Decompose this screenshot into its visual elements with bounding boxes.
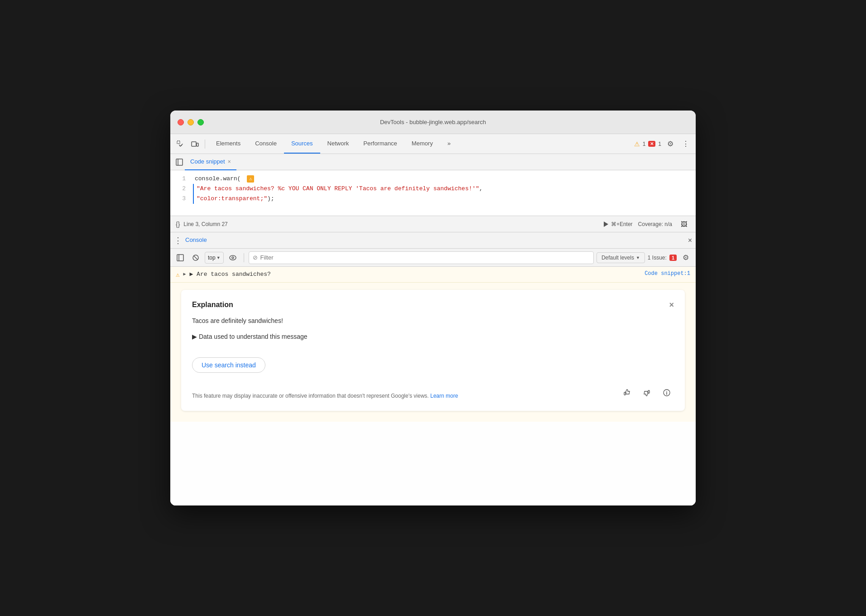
console-close-icon[interactable]: ×	[688, 236, 692, 245]
levels-dropdown[interactable]: Default levels ▼	[597, 252, 645, 263]
tab-sources[interactable]: Sources	[284, 134, 320, 154]
run-hint: ⌘+Enter	[611, 221, 633, 227]
expand-icon[interactable]: ▶	[183, 271, 186, 277]
line-number-3: 3	[170, 194, 193, 204]
tab-console[interactable]: Console	[248, 134, 284, 154]
svg-rect-12	[648, 390, 650, 393]
issues-label: 1 Issue:	[648, 255, 667, 261]
svg-rect-5	[177, 255, 183, 261]
status-bar: {} Line 3, Column 27 ⌘+Enter Coverage: n…	[170, 216, 696, 232]
titlebar: DevTools - bubble-jingle.web.app/search	[170, 111, 696, 134]
svg-point-15	[666, 391, 667, 392]
toolbar-right: ⚠ 1 ✕ 1 ⚙ ⋮	[634, 138, 692, 150]
svg-point-10	[232, 257, 234, 259]
status-bar-right: ⌘+Enter Coverage: n/a 🖼	[604, 218, 690, 231]
context-label: top	[208, 255, 216, 261]
code-snippet-label: Code snippet	[190, 158, 225, 165]
tab-navigation: Elements Console Sources Network Perform…	[209, 134, 458, 154]
info-icon[interactable]	[659, 385, 674, 400]
data-details-label: ▶ Data used to understand this message	[192, 333, 308, 340]
error-badge: ✕	[648, 141, 655, 147]
svg-rect-3	[176, 159, 183, 165]
console-menu-icon[interactable]: ⋮	[174, 236, 182, 245]
console-section: ⋮ Console ×	[170, 232, 696, 505]
svg-rect-11	[624, 392, 625, 395]
levels-label: Default levels	[601, 255, 634, 261]
feedback-row: This feature may display inaccurate or o…	[192, 385, 674, 400]
screenshot-icon[interactable]: 🖼	[678, 218, 690, 231]
run-button[interactable]: ⌘+Enter	[604, 221, 633, 227]
editor-section: Code snippet × 1 console.warn( ⚠ 2	[170, 154, 696, 216]
code-content-3: "color:transparent;");	[193, 194, 696, 204]
use-search-button[interactable]: Use search instead	[192, 357, 265, 373]
data-details-toggle[interactable]: ▶ Data used to understand this message	[192, 333, 674, 340]
toolbar-divider-1	[205, 140, 205, 149]
svg-rect-0	[177, 141, 180, 144]
svg-rect-2	[197, 143, 198, 146]
line-number-2: 2	[170, 184, 193, 194]
code-line-2: 2 "Are tacos sandwiches? %c YOU CAN ONLY…	[170, 184, 696, 194]
console-body: ⚠ ▶ ▶ Are tacos sandwiches? Code snippet…	[170, 267, 696, 505]
tab-network[interactable]: Network	[320, 134, 356, 154]
disclaimer-text: This feature may display inaccurate or o…	[192, 392, 458, 400]
sidebar-toggle-icon[interactable]	[174, 157, 185, 168]
tab-performance[interactable]: Performance	[356, 134, 404, 154]
top-toolbar: Elements Console Sources Network Perform…	[170, 134, 696, 154]
console-warning-message[interactable]: ▶ Are tacos sandwiches?	[189, 270, 641, 278]
disclaimer-main: This feature may display inaccurate or o…	[192, 393, 429, 399]
code-content-2: "Are tacos sandwiches? %c YOU CAN ONLY R…	[193, 184, 696, 194]
filter-container: ⊘	[249, 251, 594, 264]
maximize-button[interactable]	[197, 119, 204, 125]
console-header: ⋮ Console ×	[170, 232, 696, 249]
filter-icon: ⊘	[253, 254, 258, 261]
warning-triangle-icon: ⚠	[176, 271, 179, 279]
svg-point-9	[230, 255, 236, 260]
minimize-button[interactable]	[188, 119, 194, 125]
thumbs-down-icon[interactable]	[640, 385, 654, 400]
inspect-element-icon[interactable]	[174, 138, 187, 150]
line-number-1: 1	[170, 174, 193, 184]
device-toggle-icon[interactable]	[188, 138, 201, 150]
console-title[interactable]: Console	[185, 235, 207, 250]
warning-count: 1	[643, 141, 646, 147]
code-snippet-tab[interactable]: Code snippet ×	[185, 154, 236, 170]
code-string-3: "color:transparent;"	[197, 195, 267, 202]
more-options-icon[interactable]: ⋮	[679, 138, 692, 150]
error-count: 1	[658, 141, 661, 147]
issues-button[interactable]: 1 Issue: 1	[648, 255, 677, 261]
run-icon	[604, 221, 608, 227]
devtools-body: Elements Console Sources Network Perform…	[170, 134, 696, 505]
live-expression-icon[interactable]	[226, 251, 239, 264]
explanation-box: Explanation × Tacos are definitely sandw…	[181, 290, 685, 411]
tab-memory[interactable]: Memory	[404, 134, 440, 154]
console-toolbar: top ▼ ⊘ Default level	[170, 249, 696, 267]
filter-input[interactable]	[260, 254, 590, 261]
issues-badge: 1	[669, 255, 677, 261]
coverage-label: Coverage: n/a	[638, 221, 672, 227]
code-line-3: 3 "color:transparent;");	[170, 194, 696, 204]
code-string-2: "Are tacos sandwiches? %c YOU CAN ONLY R…	[197, 185, 479, 192]
context-dropdown[interactable]: top ▼	[205, 252, 224, 264]
warning-icon: ⚠	[634, 140, 640, 148]
devtools-window: DevTools - bubble-jingle.web.app/search …	[170, 111, 696, 505]
close-tab-icon[interactable]: ×	[228, 159, 231, 165]
traffic-lights	[178, 119, 204, 125]
pretty-print-icon[interactable]: {}	[176, 221, 180, 228]
explanation-close-icon[interactable]: ×	[669, 301, 674, 309]
close-button[interactable]	[178, 119, 184, 125]
clear-console-icon[interactable]	[189, 251, 202, 264]
settings-icon[interactable]: ⚙	[664, 138, 677, 150]
feedback-icons	[620, 385, 674, 400]
explanation-card: Explanation × Tacos are definitely sandw…	[170, 283, 696, 422]
code-editor[interactable]: 1 console.warn( ⚠ 2 "Are tacos sandwiche…	[170, 170, 696, 216]
learn-more-link[interactable]: Learn more	[430, 393, 458, 399]
tab-more[interactable]: »	[440, 134, 458, 154]
explanation-title-text: Explanation	[192, 301, 233, 309]
sidebar-toggle-console-icon[interactable]	[174, 251, 187, 264]
console-settings-icon[interactable]: ⚙	[679, 251, 692, 264]
svg-rect-1	[192, 142, 196, 146]
console-source-link[interactable]: Code snippet:1	[645, 270, 690, 277]
tab-elements[interactable]: Elements	[209, 134, 248, 154]
toolbar-divider-console	[244, 253, 244, 262]
thumbs-up-icon[interactable]	[620, 385, 634, 400]
